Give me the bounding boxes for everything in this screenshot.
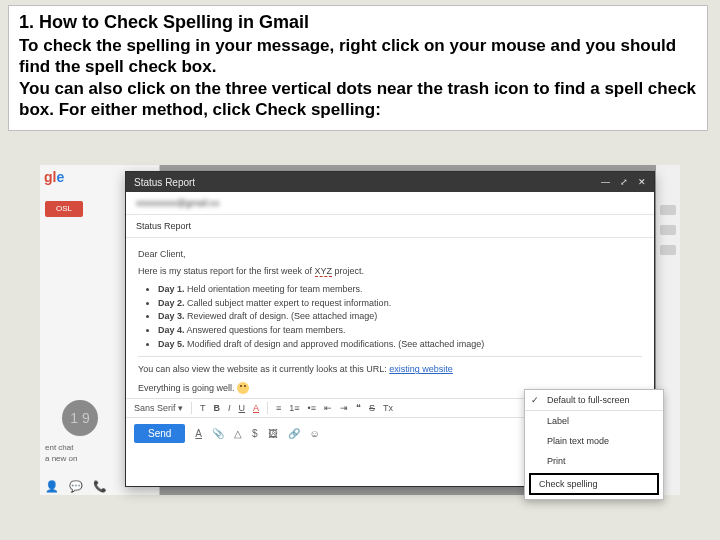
bullet-list-button[interactable]: •≡ bbox=[308, 403, 316, 413]
subject-field[interactable]: Status Report bbox=[126, 215, 654, 238]
compose-body[interactable]: Dear Client, Here is my status report fo… bbox=[126, 238, 654, 398]
outdent-button[interactable]: ⇤ bbox=[324, 403, 332, 413]
list-item: Day 1. Held orientation meeting for team… bbox=[158, 283, 642, 296]
hangouts-line-2: a new on bbox=[45, 454, 77, 463]
text-color-button[interactable]: A bbox=[253, 403, 259, 413]
money-icon[interactable]: $ bbox=[252, 428, 258, 439]
website-line: You can also view the website as it curr… bbox=[138, 363, 642, 376]
menu-label[interactable]: Label bbox=[525, 411, 663, 431]
menu-print[interactable]: Print bbox=[525, 451, 663, 471]
minimize-icon[interactable]: — bbox=[601, 177, 610, 187]
bullet-day: Day 5. bbox=[158, 339, 185, 349]
phone-icon[interactable]: 📞 bbox=[93, 480, 107, 493]
slide: 1. How to Check Spelling in Gmail To che… bbox=[0, 0, 720, 540]
to-recipient-blurred: xxxxxxxxx@gmail.co bbox=[136, 198, 219, 208]
subject-value: Status Report bbox=[136, 221, 191, 231]
intro-part-b: project. bbox=[332, 266, 364, 276]
italic-button[interactable]: I bbox=[228, 403, 231, 413]
clear-formatting-button[interactable]: Tx bbox=[383, 403, 393, 413]
gmail-bg-block bbox=[660, 205, 676, 215]
strikethrough-button[interactable]: S bbox=[369, 403, 375, 413]
article-title: 1. How to Check Spelling in Gmail bbox=[19, 12, 697, 33]
bullet-list: Day 1. Held orientation meeting for team… bbox=[158, 283, 642, 350]
send-button[interactable]: Send bbox=[134, 424, 185, 443]
article-paragraph-1: To check the spelling in your message, r… bbox=[19, 35, 697, 78]
hangouts-line-1: ent chat bbox=[45, 443, 77, 452]
close-icon[interactable]: ✕ bbox=[638, 177, 646, 187]
list-item: Day 2. Called subject matter expert to r… bbox=[158, 297, 642, 310]
intro-part-a: Here is my status report for the first w… bbox=[138, 266, 315, 276]
to-field[interactable]: xxxxxxxxx@gmail.co bbox=[126, 192, 654, 215]
bullet-day: Day 2. bbox=[158, 298, 185, 308]
align-button[interactable]: ≡ bbox=[276, 403, 281, 413]
bold-button[interactable]: B bbox=[214, 403, 221, 413]
bullet-text: Modified draft of design and approved mo… bbox=[185, 339, 485, 349]
indent-button[interactable]: ⇥ bbox=[340, 403, 348, 413]
numbered-list-button[interactable]: 1≡ bbox=[289, 403, 299, 413]
quote-button[interactable]: ❝ bbox=[356, 403, 361, 413]
list-item: Day 4. Answered questions for team membe… bbox=[158, 324, 642, 337]
drive-icon[interactable]: △ bbox=[234, 428, 242, 439]
menu-check-spelling[interactable]: Check spelling bbox=[529, 473, 659, 495]
bullet-text: Answered questions for team members. bbox=[185, 325, 346, 335]
article-text-block: 1. How to Check Spelling in Gmail To che… bbox=[8, 5, 708, 131]
article-paragraph-2: You can also click on the three vertical… bbox=[19, 78, 697, 121]
formatting-toggle-button[interactable]: A bbox=[195, 428, 202, 439]
bullet-text: Held orientation meeting for team member… bbox=[185, 284, 363, 294]
hangouts-bottom-icons: 👤 💬 📞 bbox=[45, 480, 107, 493]
expand-icon[interactable]: ⤢ bbox=[620, 177, 628, 187]
compose-button[interactable]: OSL bbox=[45, 201, 83, 217]
person-icon[interactable]: 👤 bbox=[45, 480, 59, 493]
insert-image-icon[interactable]: 🖼 bbox=[268, 428, 278, 439]
font-size-button[interactable]: T bbox=[200, 403, 206, 413]
divider bbox=[138, 356, 642, 357]
closing-text: Everything is going well. bbox=[138, 383, 237, 393]
hangouts-hint: ent chat a new on bbox=[45, 443, 77, 465]
bullet-day: Day 4. bbox=[158, 325, 185, 335]
chat-icon[interactable]: 💬 bbox=[69, 480, 83, 493]
gmail-bg-block bbox=[660, 225, 676, 235]
bullet-text: Reviewed draft of design. (See attached … bbox=[185, 311, 378, 321]
smile-emoji-icon bbox=[237, 382, 249, 394]
insert-emoji-icon[interactable]: ☺ bbox=[310, 428, 320, 439]
existing-website-link[interactable]: existing website bbox=[389, 364, 453, 374]
list-item: Day 5. Modified draft of design and appr… bbox=[158, 338, 642, 351]
google-logo: gle bbox=[44, 169, 64, 185]
avatar: 1 9 bbox=[62, 400, 98, 436]
salutation: Dear Client, bbox=[138, 248, 642, 261]
insert-link-icon[interactable]: 🔗 bbox=[288, 428, 300, 439]
font-family-dropdown[interactable]: Sans Serif ▾ bbox=[134, 403, 183, 413]
compose-titlebar[interactable]: Status Report — ⤢ ✕ bbox=[126, 172, 654, 192]
bullet-text: Called subject matter expert to request … bbox=[185, 298, 392, 308]
intro-line: Here is my status report for the first w… bbox=[138, 265, 642, 278]
compose-title-text: Status Report bbox=[134, 177, 195, 188]
underline-button[interactable]: U bbox=[239, 403, 246, 413]
website-text: You can also view the website as it curr… bbox=[138, 364, 389, 374]
more-options-menu: Default to full-screen Label Plain text … bbox=[524, 389, 664, 500]
misspelling-xyz: XYZ bbox=[315, 266, 333, 277]
attach-icon[interactable]: 📎 bbox=[212, 428, 224, 439]
bullet-day: Day 1. bbox=[158, 284, 185, 294]
menu-plain-text[interactable]: Plain text mode bbox=[525, 431, 663, 451]
bullet-day: Day 3. bbox=[158, 311, 185, 321]
list-item: Day 3. Reviewed draft of design. (See at… bbox=[158, 310, 642, 323]
gmail-screenshot: gle OSL 1 9 ent chat a new on 👤 💬 📞 Stat… bbox=[40, 165, 680, 495]
menu-default-fullscreen[interactable]: Default to full-screen bbox=[525, 390, 663, 410]
gmail-bg-block bbox=[660, 245, 676, 255]
